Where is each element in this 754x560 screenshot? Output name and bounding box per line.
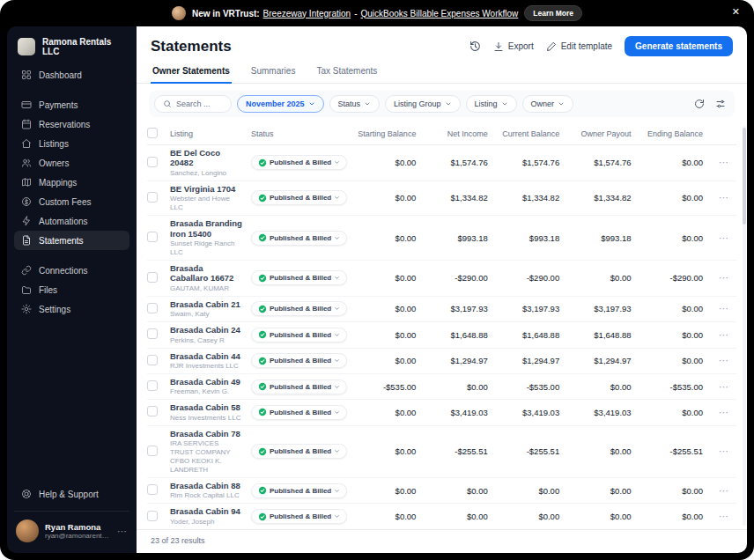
sidebar-item-owners[interactable]: Owners — [14, 153, 129, 173]
generate-statements-button[interactable]: Generate statements — [625, 36, 733, 56]
sidebar-item-files[interactable]: Files — [14, 280, 129, 299]
row-checkbox[interactable] — [147, 511, 158, 521]
row-actions-button[interactable]: ⋯ — [712, 272, 736, 284]
table-row[interactable]: Brasada Cabin 21 Swaim, Katy Published &… — [147, 297, 736, 322]
current-balance-cell: $3,419.03 — [497, 408, 568, 417]
select-all-checkbox[interactable] — [147, 128, 158, 138]
tab-owner-statements[interactable]: Owner Statements — [151, 63, 232, 84]
row-checkbox[interactable] — [147, 157, 158, 167]
vertical-scrollbar[interactable] — [743, 126, 746, 526]
status-badge[interactable]: Published & Billed — [251, 509, 347, 524]
row-checkbox[interactable] — [147, 484, 158, 495]
table-row[interactable]: Brasada Cabin 88 Rim Rock Capital LLC Pu… — [147, 478, 736, 504]
row-actions-button[interactable]: ⋯ — [712, 157, 736, 168]
row-actions-button[interactable]: ⋯ — [712, 232, 736, 244]
fees-icon — [21, 196, 32, 207]
sidebar-item-connections[interactable]: Connections — [14, 261, 129, 280]
banner-close-button[interactable]: ✕ — [732, 7, 740, 17]
tab-tax-statements[interactable]: Tax Statements — [314, 63, 379, 84]
table-row[interactable]: BE Virginia 1704 Webster and Howe LLC Pu… — [147, 181, 736, 216]
row-actions-button[interactable]: ⋯ — [712, 329, 736, 341]
row-actions-button[interactable]: ⋯ — [712, 381, 736, 393]
row-checkbox[interactable] — [147, 355, 158, 365]
status-badge[interactable]: Published & Billed — [251, 155, 347, 170]
check-circle-icon — [258, 194, 267, 203]
status-badge[interactable]: Published & Billed — [251, 231, 347, 246]
chevron-down-icon — [445, 100, 452, 107]
scrollbar-thumb[interactable] — [743, 128, 746, 225]
filter-listing[interactable]: Listing — [466, 95, 517, 113]
month-filter[interactable]: November 2025 — [237, 95, 324, 113]
banner-link-breezeway[interactable]: Breezeway Integration — [263, 9, 351, 18]
filter-owner[interactable]: Owner — [522, 95, 574, 113]
row-actions-button[interactable]: ⋯ — [712, 407, 736, 418]
tab-summaries[interactable]: Summaries — [249, 63, 298, 84]
row-actions-button[interactable]: ⋯ — [712, 485, 736, 497]
filter-listing-group[interactable]: Listing Group — [385, 95, 461, 113]
table-row[interactable]: Brasada Branding Iron 15400 Sunset Ridge… — [147, 216, 736, 261]
row-checkbox[interactable] — [147, 232, 158, 242]
search-box[interactable] — [154, 95, 232, 113]
status-badge[interactable]: Published & Billed — [251, 270, 347, 285]
row-checkbox[interactable] — [147, 328, 158, 339]
row-actions-button[interactable]: ⋯ — [712, 446, 736, 457]
export-button[interactable]: Export — [493, 41, 534, 52]
status-badge[interactable]: Published & Billed — [251, 483, 347, 498]
sidebar-item-custom-fees[interactable]: Custom Fees — [14, 192, 129, 211]
user-profile[interactable]: Ryan Ramona ryan@ramonarentalsllc.c... ⋯ — [14, 511, 129, 546]
sidebar-item-automations[interactable]: Automations — [14, 211, 129, 231]
sidebar-item-payments[interactable]: Payments — [14, 95, 129, 114]
row-actions-button[interactable]: ⋯ — [712, 511, 736, 522]
status-badge[interactable]: Published & Billed — [251, 301, 347, 316]
table-row[interactable]: Brasada Cabin 78 IRA SERVICES TRUST COMP… — [147, 426, 736, 478]
user-avatar — [16, 519, 39, 542]
table-row[interactable]: Brasada Caballaro 16672 GAUTAM, KUMAR Pu… — [147, 261, 736, 297]
row-actions-button[interactable]: ⋯ — [712, 355, 736, 366]
sidebar-item-listings[interactable]: Listings — [14, 134, 129, 153]
row-checkbox[interactable] — [147, 272, 158, 283]
table-row[interactable]: Brasada Cabin 44 RJR Investments LLC Pub… — [147, 349, 736, 374]
search-input[interactable] — [176, 99, 223, 108]
sidebar-item-help-support[interactable]: Help & Support — [14, 484, 129, 504]
sidebar-item-statements[interactable]: Statements — [14, 231, 129, 250]
row-checkbox[interactable] — [147, 303, 158, 313]
check-circle-icon — [258, 382, 267, 391]
chevron-down-icon — [364, 100, 371, 107]
status-badge[interactable]: Published & Billed — [251, 405, 347, 420]
chevron-down-icon — [334, 488, 340, 494]
status-badge[interactable]: Published & Billed — [251, 190, 347, 205]
status-badge[interactable]: Published & Billed — [251, 379, 347, 394]
refresh-button[interactable] — [694, 99, 705, 109]
table-row[interactable]: BE Del Coco 20482 Sanchez, Longino Publi… — [147, 145, 736, 181]
sidebar-item-dashboard[interactable]: Dashboard — [14, 65, 129, 85]
learn-more-button[interactable]: Learn More — [524, 5, 582, 21]
table-row[interactable]: Brasada Cabin 94 Yoder, Joseph Published… — [147, 504, 736, 529]
table-row[interactable]: Brasada Cabin 24 Perkins, Casey R Publis… — [147, 322, 736, 348]
row-actions-button[interactable]: ⋯ — [712, 192, 736, 203]
sidebar-item-mappings[interactable]: Mappings — [14, 173, 129, 192]
row-checkbox[interactable] — [147, 380, 158, 391]
status-badge[interactable]: Published & Billed — [251, 328, 347, 343]
table-row[interactable]: Brasada Cabin 58 Ness Investments LLC Pu… — [147, 400, 736, 425]
row-checkbox[interactable] — [147, 446, 158, 456]
row-checkbox[interactable] — [147, 192, 158, 203]
ending-balance-cell: -$290.00 — [640, 273, 712, 283]
edit-template-button[interactable]: Edit template — [546, 41, 612, 52]
row-actions-button[interactable]: ⋯ — [712, 303, 736, 314]
table-settings-button[interactable] — [715, 99, 726, 109]
history-button[interactable] — [469, 41, 481, 52]
ending-balance-cell: -$255.51 — [640, 446, 712, 456]
org-logo-icon — [18, 38, 35, 55]
status-badge[interactable]: Published & Billed — [251, 444, 347, 459]
sidebar-item-reservations[interactable]: Reservations — [14, 114, 129, 134]
org-switcher[interactable]: Ramona Rentals LLC — [7, 26, 137, 65]
sidebar-item-settings[interactable]: Settings — [14, 299, 129, 319]
banner-link-quickbooks[interactable]: QuickBooks Billable Expenses Workflow — [360, 9, 518, 18]
row-checkbox[interactable] — [147, 406, 158, 416]
table-row[interactable]: Brasada Cabin 49 Freeman, Kevin G. Publi… — [147, 374, 736, 400]
user-menu-button[interactable]: ⋯ — [117, 526, 128, 537]
owner-payout-cell: $1,294.97 — [568, 356, 639, 365]
status-badge[interactable]: Published & Billed — [251, 353, 347, 368]
filter-status[interactable]: Status — [329, 95, 381, 113]
filter-dropdowns: StatusListing GroupListingOwner — [329, 95, 574, 113]
